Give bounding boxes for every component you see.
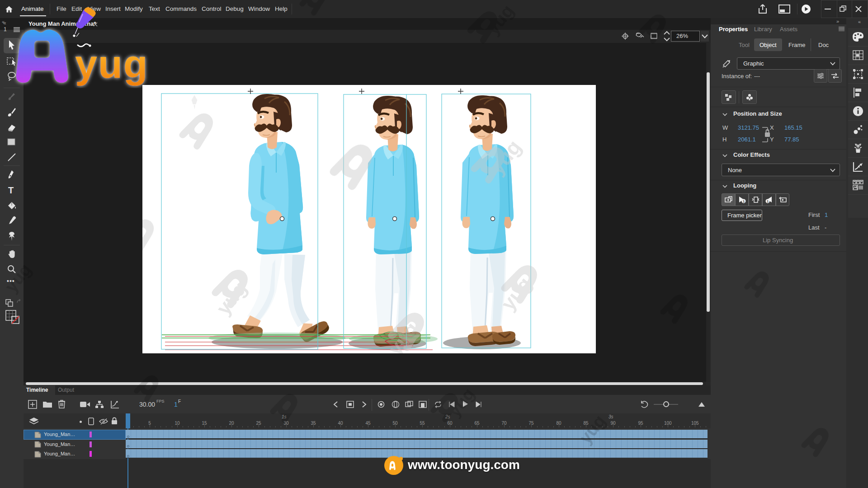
svg-text:1: 1 [767,199,769,203]
svg-text:1: 1 [743,199,745,203]
